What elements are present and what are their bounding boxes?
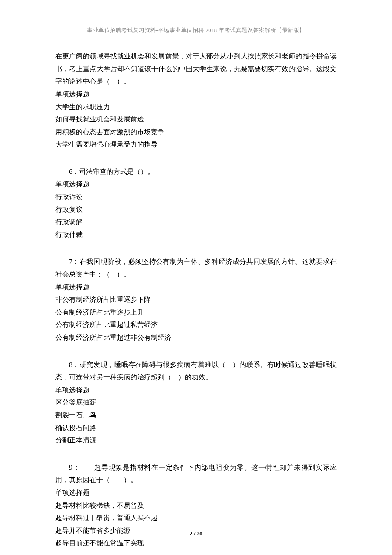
page-header: 事业单位招聘考试复习资料-平远事业单位招聘 2018 年考试真题及答案解析【最新… <box>55 26 337 35</box>
page-number: 2 / 20 <box>0 529 392 539</box>
q8-opt-c: 确认投石问路 <box>55 422 337 434</box>
q6-opt-b: 行政复议 <box>55 203 337 216</box>
q6-opt-d: 行政仲裁 <box>55 228 337 241</box>
q7-opt-c: 公有制经济所占比重超过私营经济 <box>55 318 337 331</box>
q9-type: 单项选择题 <box>55 486 337 499</box>
q7-opt-d: 公有制经济所占比重超过非公有制经济 <box>55 331 337 344</box>
q8-opt-d: 分割正本清源 <box>55 434 337 447</box>
q5-type: 单项选择题 <box>55 88 337 101</box>
q7-stem: 7：在我国现阶段，必须坚持公有制为主体、多种经济成分共同发展的方针。这就要求在社… <box>55 255 337 280</box>
q7-type: 单项选择题 <box>55 281 337 294</box>
q5-opt-b: 如何寻找就业机会和发展前途 <box>55 113 337 126</box>
q7-opt-b: 公有制经济所占比重逐步上升 <box>55 306 337 319</box>
q5-opt-d: 大学生需要增强心理承受力的指导 <box>55 138 337 151</box>
q5-opt-c: 用积极的心态去面对激烈的市场竞争 <box>55 126 337 139</box>
q8-opt-b: 割裂一石二鸟 <box>55 409 337 422</box>
q9-opt-b: 超导材料过于昂贵，普通人买不起 <box>55 512 337 524</box>
q9-opt-a: 超导材料比较稀缺，不易普及 <box>55 499 337 512</box>
q6-opt-c: 行政调解 <box>55 216 337 228</box>
q6-opt-a: 行政诉讼 <box>55 191 337 203</box>
document-page: 事业单位招聘考试复习资料-平远事业单位招聘 2018 年考试真题及答案解析【最新… <box>0 0 392 555</box>
q7-opt-a: 非公有制经济所占比重逐步下降 <box>55 293 337 306</box>
q9-stem: 9： 超导现象是指材料在一定条件下内部电阻变为零。这一特性却并未得到实际应用，其… <box>55 461 337 486</box>
q8-type: 单项选择题 <box>55 384 337 396</box>
q6-type: 单项选择题 <box>55 178 337 191</box>
q5-opt-a: 大学生的求职压力 <box>55 101 337 113</box>
q8-stem: 8：研究发现，睡眠存在障碍与很多疾病有着难以（ ）的联系。有时候通过改善睡眠状态… <box>55 358 337 384</box>
q5-stem: 在更广阔的领域寻找就业机会和发展前景，对于大部分从小到大按照家长和老师的指令拼命… <box>55 50 337 88</box>
q6-stem: 6：司法审查的方式是（）。 <box>55 165 337 178</box>
q8-opt-a: 区分釜底抽薪 <box>55 396 337 409</box>
